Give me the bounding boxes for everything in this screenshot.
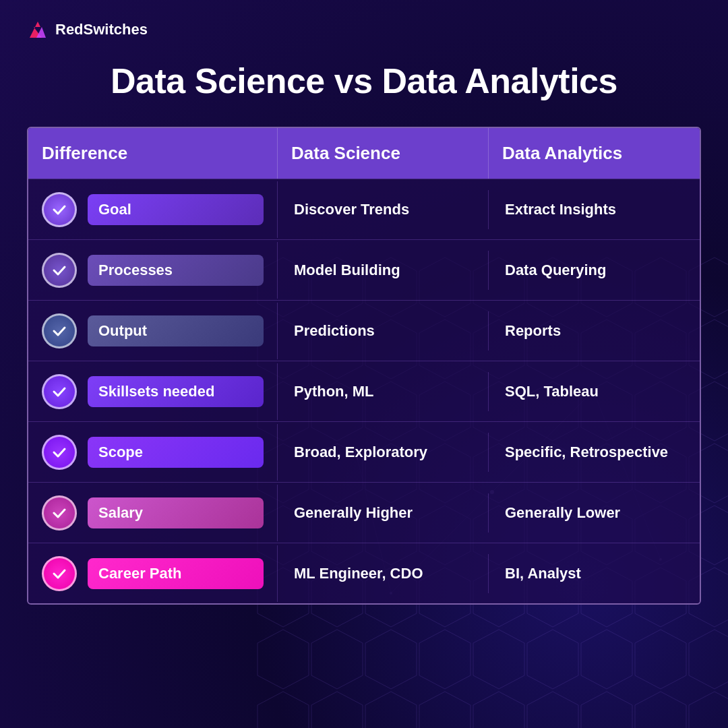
table-row: Career Path ML Engineer, CDO BI, Analyst bbox=[28, 543, 700, 603]
label-bg-processes: Processes bbox=[88, 255, 264, 286]
row-label-salary: Salary bbox=[28, 485, 278, 541]
ds-cell-careerpath: ML Engineer, CDO bbox=[278, 554, 489, 593]
row-label-output: Output bbox=[28, 303, 278, 359]
table-row: Scope Broad, Exploratory Specific, Retro… bbox=[28, 421, 700, 482]
label-text-careerpath: Career Path bbox=[98, 565, 182, 582]
label-bg-salary: Salary bbox=[88, 497, 264, 528]
check-icon-salary bbox=[42, 495, 77, 530]
ds-cell-goal: Discover Trends bbox=[278, 190, 489, 229]
da-cell-processes: Data Querying bbox=[489, 251, 700, 290]
redswitches-icon bbox=[27, 19, 49, 40]
row-label-goal: Goal bbox=[28, 181, 278, 238]
col-header-difference: Difference bbox=[28, 128, 278, 179]
label-bg-scope: Scope bbox=[88, 437, 264, 468]
logo-row: RedSwitches bbox=[27, 19, 701, 40]
label-text-goal: Goal bbox=[98, 201, 131, 218]
label-text-output: Output bbox=[98, 322, 147, 340]
ds-cell-scope: Broad, Exploratory bbox=[278, 433, 489, 472]
da-cell-skillsets: SQL, Tableau bbox=[489, 372, 700, 411]
check-icon-output bbox=[42, 313, 77, 348]
ds-cell-processes: Model Building bbox=[278, 251, 489, 290]
table-row: Goal Discover Trends Extract Insights bbox=[28, 179, 700, 239]
label-text-salary: Salary bbox=[98, 504, 143, 522]
row-label-skillsets: Skillsets needed bbox=[28, 363, 278, 420]
check-icon-scope bbox=[42, 435, 77, 470]
table-row: Skillsets needed Python, ML SQL, Tableau bbox=[28, 361, 700, 421]
label-text-processes: Processes bbox=[98, 262, 173, 279]
check-icon-goal bbox=[42, 192, 77, 227]
da-cell-careerpath: BI, Analyst bbox=[489, 554, 700, 593]
table-row: Salary Generally Higher Generally Lower bbox=[28, 482, 700, 543]
label-bg-careerpath: Career Path bbox=[88, 558, 264, 589]
col-header-ds: Data Science bbox=[278, 128, 489, 179]
da-cell-scope: Specific, Retrospective bbox=[489, 433, 700, 472]
da-cell-goal: Extract Insights bbox=[489, 190, 700, 229]
check-icon-processes bbox=[42, 253, 77, 288]
col-header-da: Data Analytics bbox=[489, 128, 700, 179]
label-bg-goal: Goal bbox=[88, 194, 264, 225]
page-title: Data Science vs Data Analytics bbox=[27, 61, 701, 101]
row-label-scope: Scope bbox=[28, 424, 278, 481]
da-cell-output: Reports bbox=[489, 311, 700, 351]
ds-cell-salary: Generally Higher bbox=[278, 493, 489, 533]
table-header: Difference Data Science Data Analytics bbox=[28, 128, 700, 179]
table-row: Output Predictions Reports bbox=[28, 300, 700, 361]
logo-text: RedSwitches bbox=[55, 21, 148, 38]
check-icon-skillsets bbox=[42, 374, 77, 409]
label-bg-output: Output bbox=[88, 315, 264, 346]
label-text-skillsets: Skillsets needed bbox=[98, 383, 214, 400]
comparison-table: Difference Data Science Data Analytics G… bbox=[27, 127, 701, 605]
row-label-processes: Processes bbox=[28, 242, 278, 299]
ds-cell-output: Predictions bbox=[278, 311, 489, 351]
table-body: Goal Discover Trends Extract Insights Pr… bbox=[28, 179, 700, 603]
check-icon-careerpath bbox=[42, 556, 77, 591]
label-bg-skillsets: Skillsets needed bbox=[88, 376, 264, 407]
svg-marker-12 bbox=[36, 27, 46, 38]
ds-cell-skillsets: Python, ML bbox=[278, 372, 489, 411]
row-label-careerpath: Career Path bbox=[28, 545, 278, 602]
da-cell-salary: Generally Lower bbox=[489, 493, 700, 533]
label-text-scope: Scope bbox=[98, 444, 143, 461]
table-row: Processes Model Building Data Querying bbox=[28, 239, 700, 300]
